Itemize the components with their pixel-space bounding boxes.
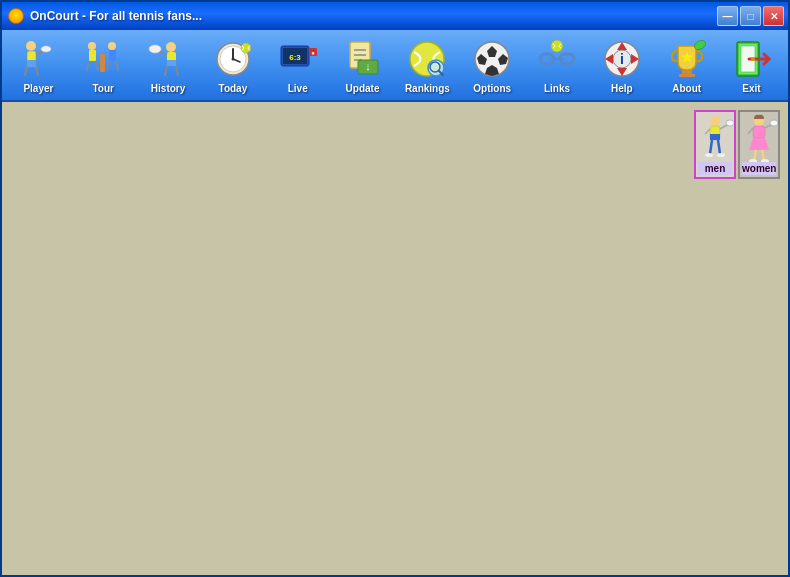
svg-point-52: [551, 40, 563, 52]
svg-rect-15: [100, 54, 105, 72]
history-button[interactable]: History: [136, 31, 201, 99]
svg-rect-67: [710, 134, 720, 140]
player-label: Player: [23, 83, 53, 94]
svg-point-64: [751, 57, 755, 61]
exit-icon: [729, 36, 775, 82]
svg-line-5: [36, 65, 38, 76]
svg-point-11: [108, 42, 116, 50]
help-icon: i: [599, 36, 645, 82]
title-bar: OnCourt - For all tennis fans... — □ ✕: [2, 2, 788, 30]
svg-line-81: [762, 150, 764, 160]
content-area: men: [2, 102, 788, 575]
men-icon: [697, 114, 733, 162]
exit-label: Exit: [742, 83, 760, 94]
today-button[interactable]: Today: [200, 31, 265, 99]
about-icon: [664, 36, 710, 82]
svg-line-14: [116, 61, 118, 71]
svg-rect-6: [27, 60, 36, 67]
women-icon: [741, 114, 777, 162]
svg-point-27: [231, 58, 234, 61]
svg-point-3: [41, 46, 51, 52]
svg-rect-22: [167, 60, 176, 66]
today-label: Today: [219, 83, 248, 94]
svg-line-13: [107, 61, 109, 71]
svg-line-80: [754, 150, 756, 160]
links-label: Links: [544, 83, 570, 94]
options-icon: [469, 36, 515, 82]
toolbar: Player Tour: [2, 30, 788, 102]
options-button[interactable]: Options: [460, 31, 525, 99]
svg-rect-76: [753, 126, 765, 138]
svg-point-74: [717, 153, 725, 157]
svg-line-79: [748, 128, 753, 134]
svg-point-0: [26, 41, 36, 51]
svg-rect-57: [679, 74, 695, 77]
women-label: women: [742, 162, 776, 175]
live-icon: 6:3 ●: [275, 36, 321, 82]
gender-panel: men: [694, 110, 780, 179]
tour-label: Tour: [93, 83, 114, 94]
svg-rect-12: [109, 50, 116, 61]
men-button[interactable]: men: [694, 110, 736, 179]
svg-line-4: [25, 65, 27, 76]
rankings-label: Rankings: [405, 83, 450, 94]
app-icon: [8, 8, 24, 24]
svg-point-65: [710, 116, 720, 126]
svg-line-71: [710, 140, 712, 154]
rankings-icon: [404, 36, 450, 82]
svg-text:●: ●: [311, 50, 315, 56]
svg-point-78: [770, 120, 777, 126]
svg-line-10: [96, 61, 98, 71]
options-label: Options: [473, 83, 511, 94]
update-label: Update: [346, 83, 380, 94]
live-label: Live: [288, 83, 308, 94]
svg-line-72: [718, 140, 720, 154]
links-button[interactable]: Links: [525, 31, 590, 99]
tour-button[interactable]: Tour: [71, 31, 136, 99]
rankings-button[interactable]: Rankings: [395, 31, 460, 99]
svg-text:6:3: 6:3: [289, 53, 301, 62]
svg-line-18: [165, 65, 167, 76]
window-title: OnCourt - For all tennis fans...: [30, 9, 202, 23]
svg-line-9: [87, 61, 89, 71]
player-icon: [15, 36, 61, 82]
help-label: Help: [611, 83, 633, 94]
svg-line-19: [176, 65, 178, 76]
update-button[interactable]: ↓ Update: [330, 31, 395, 99]
svg-point-28: [241, 43, 251, 53]
minimize-button[interactable]: —: [717, 6, 738, 26]
svg-rect-8: [89, 50, 96, 61]
svg-text:i: i: [620, 51, 624, 67]
about-label: About: [672, 83, 701, 94]
title-buttons: — □ ✕: [717, 6, 784, 26]
svg-point-73: [705, 153, 713, 157]
tour-icon: [80, 36, 126, 82]
links-icon: [534, 36, 580, 82]
svg-point-7: [88, 42, 96, 50]
maximize-button[interactable]: □: [740, 6, 761, 26]
history-label: History: [151, 83, 185, 94]
main-window: OnCourt - For all tennis fans... — □ ✕: [0, 0, 790, 577]
svg-text:↓: ↓: [365, 60, 371, 72]
title-bar-left: OnCourt - For all tennis fans...: [8, 8, 202, 24]
women-button[interactable]: women: [738, 110, 780, 179]
men-label: men: [698, 162, 732, 175]
history-icon: [145, 36, 191, 82]
update-icon: ↓: [340, 36, 386, 82]
player-button[interactable]: Player: [6, 31, 71, 99]
help-button[interactable]: i Help: [589, 31, 654, 99]
about-button[interactable]: About: [654, 31, 719, 99]
svg-line-70: [705, 129, 710, 134]
svg-point-69: [726, 120, 733, 126]
close-button[interactable]: ✕: [763, 6, 784, 26]
svg-point-21: [149, 45, 161, 53]
exit-button[interactable]: Exit: [719, 31, 784, 99]
svg-point-16: [166, 42, 176, 52]
live-button[interactable]: 6:3 ● Live: [265, 31, 330, 99]
today-icon: [210, 36, 256, 82]
